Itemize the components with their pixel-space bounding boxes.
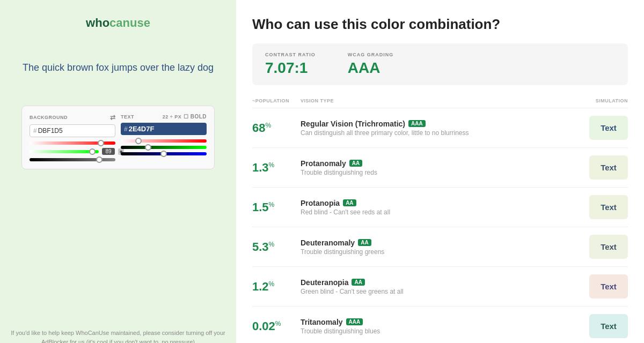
text-color-section: TEXT 22 ÷ PX ☐ BOLD # bbox=[121, 114, 207, 161]
vision-name: Deuteranopia AA bbox=[301, 278, 574, 287]
text-sliders bbox=[121, 139, 207, 155]
stats-bar: CONTRAST RATIO 7.07:1 WCAG GRADING AAA bbox=[252, 43, 628, 85]
population-value: 68% bbox=[252, 121, 301, 135]
vision-row: 68% Regular Vision (Trichromatic) AAA Ca… bbox=[252, 108, 628, 148]
contrast-stat: CONTRAST RATIO 7.07:1 bbox=[265, 52, 316, 77]
bg-blue-slider[interactable] bbox=[30, 158, 115, 161]
vision-description: Trouble distinguishing greens bbox=[301, 248, 574, 256]
wcag-label: WCAG GRADING bbox=[348, 52, 394, 57]
text-blue-slider[interactable] bbox=[121, 152, 207, 155]
vision-description: Trouble distinguishing reds bbox=[301, 169, 574, 176]
vision-row: 0.02% Tritanomaly AAA Trouble distinguis… bbox=[252, 307, 628, 343]
simulation-cell: Text bbox=[574, 155, 628, 180]
vision-info: Tritanomaly AAA Trouble distinguishing b… bbox=[301, 318, 574, 335]
grade-badge: AA bbox=[343, 199, 356, 206]
logo-who: who bbox=[86, 16, 109, 29]
vision-info: Deuteranomaly AA Trouble distinguishing … bbox=[301, 238, 574, 256]
simulation-box: Text bbox=[589, 195, 628, 219]
vision-info: Protanomaly AA Trouble distinguishing re… bbox=[301, 159, 574, 176]
contrast-value: 7.07:1 bbox=[265, 59, 316, 77]
vision-info: Protanopia AA Red blind - Can't see reds… bbox=[301, 199, 574, 216]
simulation-cell: Text bbox=[574, 314, 628, 338]
wcag-stat: WCAG GRADING AAA bbox=[348, 52, 394, 77]
simulation-box: Text bbox=[589, 235, 628, 259]
col-population-header: ~POPULATION bbox=[252, 98, 301, 103]
color-controls: BACKGROUND ⇄ # 89 ■ bbox=[21, 106, 215, 169]
left-panel: whocanuse The quick brown fox jumps over… bbox=[0, 0, 236, 343]
vision-name: Protanomaly AA bbox=[301, 159, 574, 168]
vision-description: Red blind - Can't see reds at all bbox=[301, 208, 574, 216]
table-header: ~POPULATION VISION TYPE SIMULATION bbox=[252, 98, 628, 108]
grade-badge: AAA bbox=[408, 120, 426, 127]
population-value: 5.3% bbox=[252, 240, 301, 254]
grade-badge: AA bbox=[349, 160, 362, 167]
vision-rows-container: 68% Regular Vision (Trichromatic) AAA Ca… bbox=[252, 108, 628, 343]
bg-green-slider[interactable] bbox=[30, 150, 99, 153]
vision-row: 1.3% Protanomaly AA Trouble distinguishi… bbox=[252, 148, 628, 188]
grade-badge: AA bbox=[352, 279, 364, 286]
right-panel: Who can use this color combination? CONT… bbox=[236, 0, 644, 343]
bg-hash: # bbox=[33, 127, 37, 135]
population-value: 1.2% bbox=[252, 280, 301, 294]
vision-description: Can distinguish all three primary color,… bbox=[301, 129, 574, 137]
bg-value-badge: 89 bbox=[102, 148, 115, 155]
text-color-label: TEXT bbox=[121, 114, 134, 120]
text-green-slider[interactable] bbox=[121, 146, 207, 149]
vision-name: Tritanomaly AAA bbox=[301, 318, 574, 326]
vision-description: Green blind - Can't see greens at all bbox=[301, 288, 574, 295]
simulation-box: Text bbox=[589, 116, 628, 140]
vision-name: Regular Vision (Trichromatic) AAA bbox=[301, 120, 574, 128]
bg-red-slider[interactable] bbox=[30, 141, 115, 145]
vision-name: Deuteranomaly AA bbox=[301, 238, 574, 247]
simulation-cell: Text bbox=[574, 116, 628, 140]
bold-label: ☐ BOLD bbox=[184, 114, 207, 120]
simulation-box: Text bbox=[589, 314, 628, 338]
text-size-label: 22 ÷ PX bbox=[163, 114, 181, 120]
bg-hex-input[interactable] bbox=[38, 127, 76, 135]
wcag-value: AAA bbox=[348, 59, 394, 77]
footer-text: If you'd like to help keep WhoCanUse mai… bbox=[11, 318, 225, 343]
vision-row: 5.3% Deuteranomaly AA Trouble distinguis… bbox=[252, 227, 628, 267]
population-value: 1.3% bbox=[252, 161, 301, 175]
background-label: BACKGROUND bbox=[30, 115, 68, 120]
contrast-label: CONTRAST RATIO bbox=[265, 52, 316, 57]
logo-canuse: canuse bbox=[109, 16, 150, 29]
preview-text: The quick brown fox jumps over the lazy … bbox=[23, 62, 214, 73]
swap-icon[interactable]: ⇄ bbox=[110, 114, 116, 121]
logo: whocanuse bbox=[86, 16, 150, 30]
bg-sliders: 89 ■ bbox=[30, 141, 115, 161]
population-value: 0.02% bbox=[252, 319, 301, 333]
text-hex-input[interactable] bbox=[129, 125, 172, 133]
vision-description: Trouble distinguishing blues bbox=[301, 327, 574, 335]
vision-info: Regular Vision (Trichromatic) AAA Can di… bbox=[301, 120, 574, 137]
grade-badge: AAA bbox=[346, 318, 363, 325]
vision-row: 1.2% Deuteranopia AA Green blind - Can't… bbox=[252, 267, 628, 307]
text-hash: # bbox=[124, 125, 128, 133]
vision-info: Deuteranopia AA Green blind - Can't see … bbox=[301, 278, 574, 295]
simulation-cell: Text bbox=[574, 274, 628, 299]
simulation-cell: Text bbox=[574, 195, 628, 219]
vision-name: Protanopia AA bbox=[301, 199, 574, 207]
page-title: Who can use this color combination? bbox=[252, 16, 628, 33]
population-value: 1.5% bbox=[252, 200, 301, 214]
grade-badge: AA bbox=[358, 239, 371, 246]
vision-row: 1.5% Protanopia AA Red blind - Can't see… bbox=[252, 188, 628, 227]
bg-hex-input-wrap[interactable]: # bbox=[30, 124, 115, 137]
col-vision-header: VISION TYPE bbox=[301, 98, 574, 103]
text-red-slider[interactable] bbox=[121, 139, 207, 143]
simulation-box: Text bbox=[589, 274, 628, 299]
col-simulation-header: SIMULATION bbox=[574, 98, 628, 103]
text-hex-wrap[interactable]: # bbox=[121, 123, 207, 135]
background-section: BACKGROUND ⇄ # 89 ■ bbox=[30, 114, 115, 161]
simulation-box: Text bbox=[589, 155, 628, 180]
simulation-cell: Text bbox=[574, 235, 628, 259]
